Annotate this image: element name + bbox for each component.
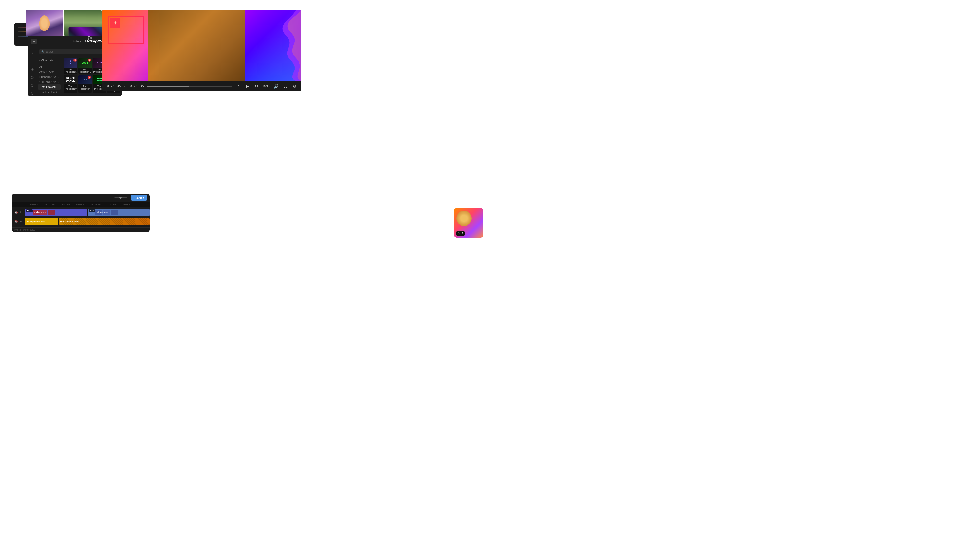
timeline: − + Export ▾ 00:02:20 00:02:40 00:03:00 … xyxy=(12,194,150,232)
time-separator: / xyxy=(124,85,126,88)
effect-tp9[interactable]: DANCEDANCE Text Projection 9 xyxy=(64,75,77,94)
category-action-pack[interactable]: Action Pack xyxy=(37,69,62,74)
category-all[interactable]: All xyxy=(37,64,62,69)
zoom-in-button[interactable]: + xyxy=(128,197,130,200)
clip-video-1[interactable]: fx · 1 Video.mov xyxy=(25,209,87,216)
category-timeless[interactable]: Timeless Pack xyxy=(37,89,62,95)
search-placeholder: Search xyxy=(45,50,54,53)
tp5-premium-badge: ♛ xyxy=(73,59,76,62)
fx-badge-large: fx · 1 xyxy=(456,231,465,236)
video-player: ✦ 00:20.345 / 00:20.345 ↺ ▶ ↻ 16:9 ▾ 🔊 ⛶… xyxy=(102,10,301,91)
zoom-slider[interactable] xyxy=(115,197,127,198)
lavender-image-left xyxy=(25,10,63,36)
clip-video-2[interactable]: fx · 1 Video.mov xyxy=(88,209,150,216)
tp7-text: LOVE xyxy=(96,62,103,64)
track-2-mute-icon[interactable]: 🔇 xyxy=(14,220,18,224)
project-length: Project length: 00:00 xyxy=(14,229,35,231)
export-chevron-icon: ▾ xyxy=(143,196,145,200)
rewind-button[interactable]: ↺ xyxy=(235,83,241,89)
track-1-controls: 🔇 👁 xyxy=(12,211,24,214)
clip-2-label: Video.mov xyxy=(97,211,108,214)
fx-icon[interactable]: ◈ xyxy=(29,66,35,72)
total-time: 00:20.345 xyxy=(129,85,144,88)
aspect-ratio-chevron: ▾ xyxy=(269,85,270,88)
track-1-eye-icon[interactable]: 👁 xyxy=(19,211,22,214)
clip-2-fx-badge: fx · 1 xyxy=(89,210,95,212)
timeline-ruler: 00:02:20 00:02:40 00:03:00 00:03:20 00:0… xyxy=(12,202,150,207)
track-2-clips: Background.mov Background.mov xyxy=(25,218,150,225)
back-button[interactable]: ‹ Cinematic xyxy=(37,58,62,63)
category-list: ‹ Cinematic All Action Pack Euphoria Ove… xyxy=(37,56,62,96)
track-row-1: 🔇 👁 fx · 1 Video.mov fx · 1 xyxy=(12,208,150,217)
ruler-mark-3: 00:03:00 xyxy=(58,203,73,206)
category-old-tape[interactable]: Old Tape Overlay Pack xyxy=(37,79,62,84)
side-icons: ♪ T ◈ ⬡ ⏱ ↻ ⊞ xyxy=(27,46,37,96)
timeline-footer: Project length: 00:00 xyxy=(12,227,150,232)
zoom-controls: − + xyxy=(111,197,130,200)
clock-icon[interactable]: ⏱ xyxy=(29,83,35,88)
video-frame-overlay xyxy=(102,10,301,81)
text-icon[interactable]: T xyxy=(29,58,35,64)
track-row-2: 🔇 👁 Background.mov Background.mov xyxy=(12,217,150,226)
ruler-mark-7: 00:04:20 xyxy=(119,203,134,206)
track-2-eye-icon[interactable]: 👁 xyxy=(19,220,22,223)
export-label: Export xyxy=(134,197,142,200)
tp9-label: Text Projection 9 xyxy=(64,84,77,91)
tp11-text: ◈◈◈◈◈◈◈◈ xyxy=(97,78,102,82)
timeline-header: − + Export ▾ xyxy=(12,194,150,202)
tp5-label: Text Projection 5 xyxy=(64,68,77,74)
track-1-mute-icon[interactable]: 🔇 xyxy=(14,211,18,214)
clip-bg-2-label: Background.mov xyxy=(60,221,79,223)
effect-tp10[interactable]: ♛ ✕✕✕ Text Projection 10 xyxy=(78,75,92,94)
clip-1-fx-badge: fx · 1 xyxy=(26,210,33,212)
back-arrow-icon: ‹ xyxy=(39,59,40,62)
aspect-ratio-label: 16:9 xyxy=(262,85,268,88)
forward-button[interactable]: ↻ xyxy=(253,83,259,89)
tp6-premium-badge: ♛ xyxy=(88,59,91,62)
effect-tp5[interactable]: TEXT ♛ Text Projection 5 xyxy=(64,58,77,74)
zoom-thumb xyxy=(119,197,122,199)
fullscreen-button[interactable]: ⛶ xyxy=(282,83,288,89)
tp10-text: ✕✕✕ xyxy=(82,79,88,81)
person-face-thumb xyxy=(456,211,472,226)
ruler-mark-4: 00:03:20 xyxy=(73,203,88,206)
clip-bg-1-label: Background.mov xyxy=(27,221,45,223)
tp10-premium-badge: ♛ xyxy=(88,76,91,79)
ruler-mark-5: 00:03:40 xyxy=(88,203,103,206)
track-1-clips: fx · 1 Video.mov fx · 1 xyxy=(25,209,150,216)
play-button[interactable]: ▶ xyxy=(244,83,250,89)
video-canvas: ✦ xyxy=(102,10,301,81)
current-time: 00:20.345 xyxy=(106,85,121,88)
export-button[interactable]: Export ▾ xyxy=(131,195,147,200)
track-2-controls: 🔇 👁 xyxy=(12,220,24,224)
category-euphoria[interactable]: Euphoria Overlay Pack xyxy=(37,74,62,79)
clip-bg-2[interactable]: Background.mov xyxy=(59,218,150,225)
ruler-mark-6: 00:04:00 xyxy=(103,203,119,206)
zoom-out-button[interactable]: − xyxy=(111,197,113,200)
tp6-label: Text Projection 6 xyxy=(78,68,92,74)
music-icon[interactable]: ♪ xyxy=(29,50,35,56)
thumb-3 xyxy=(48,210,55,215)
effect-tp6[interactable]: ♛ LOVE Text Projection 6 xyxy=(78,58,92,74)
aspect-ratio-selector[interactable]: 16:9 ▾ xyxy=(262,85,270,88)
tab-filters[interactable]: Filters xyxy=(73,38,81,44)
small-thumbnail[interactable]: fx · 1 xyxy=(454,208,484,238)
clip-1-label: Video.mov xyxy=(34,211,46,214)
category-text-projection[interactable]: Text Projection Overl... xyxy=(38,84,61,89)
add-button[interactable]: + xyxy=(31,38,37,44)
thumb-6 xyxy=(110,210,118,215)
tp9-text: DANCEDANCE xyxy=(66,77,75,82)
back-label: Cinematic xyxy=(41,59,54,62)
refresh-icon[interactable]: ↻ xyxy=(29,91,35,96)
progress-fill xyxy=(147,86,189,87)
search-icon: 🔍 xyxy=(41,50,45,53)
ruler-mark-2: 00:02:40 xyxy=(42,203,58,206)
ruler-mark-1: 00:02:20 xyxy=(27,203,42,206)
progress-bar[interactable] xyxy=(147,86,232,87)
timeline-tracks: 🔇 👁 fx · 1 Video.mov fx · 1 xyxy=(12,207,150,227)
video-controls: 00:20.345 / 00:20.345 ↺ ▶ ↻ 16:9 ▾ 🔊 ⛶ ⚙ xyxy=(102,81,301,91)
volume-button[interactable]: 🔊 xyxy=(273,83,279,89)
overlay-icon[interactable]: ⬡ xyxy=(29,75,35,80)
clip-bg-1[interactable]: Background.mov xyxy=(25,218,58,225)
settings-button[interactable]: ⚙ xyxy=(291,83,298,89)
